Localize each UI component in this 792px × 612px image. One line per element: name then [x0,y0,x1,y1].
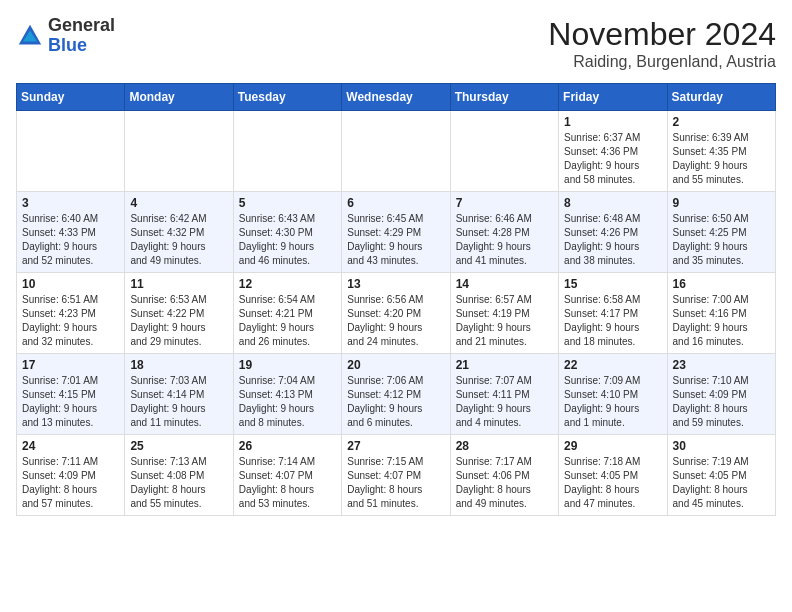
day-number: 26 [239,439,336,453]
day-number: 6 [347,196,444,210]
title-block: November 2024 Raiding, Burgenland, Austr… [548,16,776,71]
day-info: Sunrise: 7:15 AM Sunset: 4:07 PM Dayligh… [347,455,444,511]
day-info: Sunrise: 6:37 AM Sunset: 4:36 PM Dayligh… [564,131,661,187]
day-number: 17 [22,358,119,372]
day-number: 23 [673,358,770,372]
day-info: Sunrise: 7:07 AM Sunset: 4:11 PM Dayligh… [456,374,553,430]
day-info: Sunrise: 7:18 AM Sunset: 4:05 PM Dayligh… [564,455,661,511]
day-number: 12 [239,277,336,291]
calendar-cell: 26Sunrise: 7:14 AM Sunset: 4:07 PM Dayli… [233,435,341,516]
day-number: 25 [130,439,227,453]
day-info: Sunrise: 7:09 AM Sunset: 4:10 PM Dayligh… [564,374,661,430]
day-info: Sunrise: 7:04 AM Sunset: 4:13 PM Dayligh… [239,374,336,430]
calendar-cell: 9Sunrise: 6:50 AM Sunset: 4:25 PM Daylig… [667,192,775,273]
calendar-cell: 11Sunrise: 6:53 AM Sunset: 4:22 PM Dayli… [125,273,233,354]
day-info: Sunrise: 6:42 AM Sunset: 4:32 PM Dayligh… [130,212,227,268]
calendar-cell [125,111,233,192]
day-info: Sunrise: 7:01 AM Sunset: 4:15 PM Dayligh… [22,374,119,430]
page-header: General Blue November 2024 Raiding, Burg… [16,16,776,71]
calendar-week-row: 3Sunrise: 6:40 AM Sunset: 4:33 PM Daylig… [17,192,776,273]
day-info: Sunrise: 7:03 AM Sunset: 4:14 PM Dayligh… [130,374,227,430]
day-number: 28 [456,439,553,453]
calendar-week-row: 24Sunrise: 7:11 AM Sunset: 4:09 PM Dayli… [17,435,776,516]
day-number: 22 [564,358,661,372]
location: Raiding, Burgenland, Austria [548,53,776,71]
calendar-cell [17,111,125,192]
weekday-header-sunday: Sunday [17,84,125,111]
calendar-cell: 8Sunrise: 6:48 AM Sunset: 4:26 PM Daylig… [559,192,667,273]
day-number: 21 [456,358,553,372]
day-info: Sunrise: 6:58 AM Sunset: 4:17 PM Dayligh… [564,293,661,349]
weekday-header-tuesday: Tuesday [233,84,341,111]
day-number: 15 [564,277,661,291]
day-number: 29 [564,439,661,453]
day-number: 20 [347,358,444,372]
calendar-cell: 10Sunrise: 6:51 AM Sunset: 4:23 PM Dayli… [17,273,125,354]
calendar-cell: 5Sunrise: 6:43 AM Sunset: 4:30 PM Daylig… [233,192,341,273]
day-info: Sunrise: 6:45 AM Sunset: 4:29 PM Dayligh… [347,212,444,268]
day-number: 9 [673,196,770,210]
calendar-cell: 19Sunrise: 7:04 AM Sunset: 4:13 PM Dayli… [233,354,341,435]
logo-text: General Blue [48,16,115,56]
calendar-cell: 13Sunrise: 6:56 AM Sunset: 4:20 PM Dayli… [342,273,450,354]
weekday-header-monday: Monday [125,84,233,111]
day-info: Sunrise: 7:13 AM Sunset: 4:08 PM Dayligh… [130,455,227,511]
month-title: November 2024 [548,16,776,53]
weekday-header-friday: Friday [559,84,667,111]
day-info: Sunrise: 7:14 AM Sunset: 4:07 PM Dayligh… [239,455,336,511]
logo-blue: Blue [48,35,87,55]
calendar-cell: 18Sunrise: 7:03 AM Sunset: 4:14 PM Dayli… [125,354,233,435]
day-number: 4 [130,196,227,210]
day-info: Sunrise: 7:06 AM Sunset: 4:12 PM Dayligh… [347,374,444,430]
day-info: Sunrise: 6:43 AM Sunset: 4:30 PM Dayligh… [239,212,336,268]
day-number: 10 [22,277,119,291]
day-number: 13 [347,277,444,291]
calendar-cell: 21Sunrise: 7:07 AM Sunset: 4:11 PM Dayli… [450,354,558,435]
day-number: 3 [22,196,119,210]
calendar-cell: 16Sunrise: 7:00 AM Sunset: 4:16 PM Dayli… [667,273,775,354]
calendar-cell: 4Sunrise: 6:42 AM Sunset: 4:32 PM Daylig… [125,192,233,273]
calendar-cell [233,111,341,192]
calendar-week-row: 1Sunrise: 6:37 AM Sunset: 4:36 PM Daylig… [17,111,776,192]
day-info: Sunrise: 6:46 AM Sunset: 4:28 PM Dayligh… [456,212,553,268]
calendar-week-row: 10Sunrise: 6:51 AM Sunset: 4:23 PM Dayli… [17,273,776,354]
logo-icon [16,22,44,50]
weekday-header-row: SundayMondayTuesdayWednesdayThursdayFrid… [17,84,776,111]
calendar-cell: 1Sunrise: 6:37 AM Sunset: 4:36 PM Daylig… [559,111,667,192]
calendar-cell: 24Sunrise: 7:11 AM Sunset: 4:09 PM Dayli… [17,435,125,516]
weekday-header-saturday: Saturday [667,84,775,111]
calendar-cell: 2Sunrise: 6:39 AM Sunset: 4:35 PM Daylig… [667,111,775,192]
day-info: Sunrise: 7:11 AM Sunset: 4:09 PM Dayligh… [22,455,119,511]
day-info: Sunrise: 6:53 AM Sunset: 4:22 PM Dayligh… [130,293,227,349]
day-info: Sunrise: 6:50 AM Sunset: 4:25 PM Dayligh… [673,212,770,268]
day-number: 27 [347,439,444,453]
day-number: 30 [673,439,770,453]
calendar-cell: 17Sunrise: 7:01 AM Sunset: 4:15 PM Dayli… [17,354,125,435]
day-number: 5 [239,196,336,210]
day-info: Sunrise: 7:19 AM Sunset: 4:05 PM Dayligh… [673,455,770,511]
day-info: Sunrise: 7:10 AM Sunset: 4:09 PM Dayligh… [673,374,770,430]
day-number: 14 [456,277,553,291]
day-number: 1 [564,115,661,129]
calendar-cell: 27Sunrise: 7:15 AM Sunset: 4:07 PM Dayli… [342,435,450,516]
calendar-cell: 15Sunrise: 6:58 AM Sunset: 4:17 PM Dayli… [559,273,667,354]
logo-general: General [48,15,115,35]
weekday-header-thursday: Thursday [450,84,558,111]
calendar-cell: 6Sunrise: 6:45 AM Sunset: 4:29 PM Daylig… [342,192,450,273]
calendar-cell: 3Sunrise: 6:40 AM Sunset: 4:33 PM Daylig… [17,192,125,273]
calendar-cell: 23Sunrise: 7:10 AM Sunset: 4:09 PM Dayli… [667,354,775,435]
day-number: 24 [22,439,119,453]
day-number: 19 [239,358,336,372]
calendar-table: SundayMondayTuesdayWednesdayThursdayFrid… [16,83,776,516]
day-info: Sunrise: 6:48 AM Sunset: 4:26 PM Dayligh… [564,212,661,268]
calendar-cell: 22Sunrise: 7:09 AM Sunset: 4:10 PM Dayli… [559,354,667,435]
day-number: 11 [130,277,227,291]
day-info: Sunrise: 6:40 AM Sunset: 4:33 PM Dayligh… [22,212,119,268]
day-number: 7 [456,196,553,210]
day-info: Sunrise: 6:54 AM Sunset: 4:21 PM Dayligh… [239,293,336,349]
calendar-week-row: 17Sunrise: 7:01 AM Sunset: 4:15 PM Dayli… [17,354,776,435]
day-info: Sunrise: 7:00 AM Sunset: 4:16 PM Dayligh… [673,293,770,349]
calendar-cell: 25Sunrise: 7:13 AM Sunset: 4:08 PM Dayli… [125,435,233,516]
calendar-cell [342,111,450,192]
day-info: Sunrise: 7:17 AM Sunset: 4:06 PM Dayligh… [456,455,553,511]
